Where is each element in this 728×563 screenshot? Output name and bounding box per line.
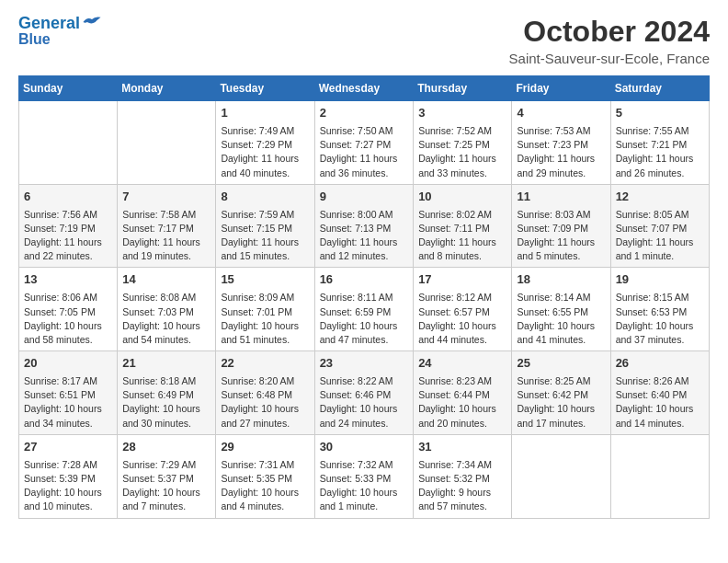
calendar-cell (512, 434, 610, 518)
cell-content: Sunrise: 7:59 AM Sunset: 7:15 PM Dayligh… (221, 208, 309, 264)
calendar-cell: 12Sunrise: 8:05 AM Sunset: 7:07 PM Dayli… (610, 184, 709, 268)
day-number: 29 (221, 439, 309, 456)
cell-content: Sunrise: 7:55 AM Sunset: 7:21 PM Dayligh… (616, 124, 704, 180)
day-number: 7 (122, 189, 210, 206)
calendar-cell: 21Sunrise: 8:18 AM Sunset: 6:49 PM Dayli… (118, 351, 216, 435)
cell-content: Sunrise: 7:53 AM Sunset: 7:23 PM Dayligh… (517, 124, 605, 180)
calendar-header-row: SundayMondayTuesdayWednesdayThursdayFrid… (19, 76, 710, 101)
day-number: 14 (122, 271, 210, 289)
day-number: 4 (517, 105, 605, 122)
day-number: 9 (320, 189, 409, 206)
month-title: October 2024 (509, 15, 710, 49)
title-block: October 2024 Saint-Sauveur-sur-Ecole, Fr… (509, 15, 710, 66)
day-number: 5 (616, 105, 704, 122)
logo: General Blue (18, 15, 102, 47)
day-number: 16 (320, 271, 409, 289)
calendar-cell: 17Sunrise: 8:12 AM Sunset: 6:57 PM Dayli… (414, 268, 512, 351)
cell-content: Sunrise: 8:14 AM Sunset: 6:55 PM Dayligh… (517, 291, 605, 347)
day-number: 28 (122, 439, 210, 456)
day-number: 17 (418, 271, 506, 289)
cell-content: Sunrise: 7:52 AM Sunset: 7:25 PM Dayligh… (418, 124, 506, 180)
col-header-sunday: Sunday (19, 76, 118, 101)
calendar-week-row: 13Sunrise: 8:06 AM Sunset: 7:05 PM Dayli… (19, 268, 710, 351)
calendar-cell: 29Sunrise: 7:31 AM Sunset: 5:35 PM Dayli… (216, 434, 314, 518)
calendar-week-row: 1Sunrise: 7:49 AM Sunset: 7:29 PM Daylig… (19, 101, 710, 185)
calendar-cell: 23Sunrise: 8:22 AM Sunset: 6:46 PM Dayli… (314, 351, 414, 435)
day-number: 21 (122, 355, 210, 373)
day-number: 13 (24, 271, 112, 289)
calendar-cell: 22Sunrise: 8:20 AM Sunset: 6:48 PM Dayli… (216, 351, 314, 435)
calendar-cell: 9Sunrise: 8:00 AM Sunset: 7:13 PM Daylig… (314, 184, 414, 268)
cell-content: Sunrise: 7:31 AM Sunset: 5:35 PM Dayligh… (221, 458, 309, 514)
calendar-cell: 20Sunrise: 8:17 AM Sunset: 6:51 PM Dayli… (19, 351, 118, 435)
cell-content: Sunrise: 7:56 AM Sunset: 7:19 PM Dayligh… (24, 208, 112, 264)
calendar-cell (610, 434, 709, 518)
calendar-cell: 28Sunrise: 7:29 AM Sunset: 5:37 PM Dayli… (118, 434, 216, 518)
col-header-thursday: Thursday (414, 76, 512, 101)
cell-content: Sunrise: 8:02 AM Sunset: 7:11 PM Dayligh… (418, 208, 506, 264)
bird-icon (82, 15, 102, 29)
calendar-cell: 26Sunrise: 8:26 AM Sunset: 6:40 PM Dayli… (610, 351, 709, 435)
cell-content: Sunrise: 7:58 AM Sunset: 7:17 PM Dayligh… (122, 208, 210, 264)
col-header-monday: Monday (118, 76, 216, 101)
cell-content: Sunrise: 8:20 AM Sunset: 6:48 PM Dayligh… (221, 374, 309, 431)
location: Saint-Sauveur-sur-Ecole, France (509, 51, 710, 66)
cell-content: Sunrise: 8:18 AM Sunset: 6:49 PM Dayligh… (122, 374, 210, 431)
calendar-cell: 3Sunrise: 7:52 AM Sunset: 7:25 PM Daylig… (414, 101, 512, 185)
calendar-cell: 6Sunrise: 7:56 AM Sunset: 7:19 PM Daylig… (19, 184, 118, 268)
day-number: 18 (517, 271, 605, 289)
day-number: 8 (221, 189, 309, 206)
cell-content: Sunrise: 8:00 AM Sunset: 7:13 PM Dayligh… (320, 208, 409, 264)
cell-content: Sunrise: 7:28 AM Sunset: 5:39 PM Dayligh… (24, 458, 112, 514)
day-number: 19 (616, 271, 704, 289)
cell-content: Sunrise: 8:12 AM Sunset: 6:57 PM Dayligh… (418, 291, 506, 347)
calendar-cell: 5Sunrise: 7:55 AM Sunset: 7:21 PM Daylig… (610, 101, 709, 185)
calendar-table: SundayMondayTuesdayWednesdayThursdayFrid… (18, 75, 710, 519)
day-number: 20 (24, 355, 112, 373)
cell-content: Sunrise: 8:17 AM Sunset: 6:51 PM Dayligh… (24, 374, 112, 431)
col-header-saturday: Saturday (610, 76, 709, 101)
cell-content: Sunrise: 8:25 AM Sunset: 6:42 PM Dayligh… (517, 374, 605, 431)
calendar-cell: 27Sunrise: 7:28 AM Sunset: 5:39 PM Dayli… (19, 434, 118, 518)
cell-content: Sunrise: 8:22 AM Sunset: 6:46 PM Dayligh… (320, 374, 409, 431)
calendar-week-row: 27Sunrise: 7:28 AM Sunset: 5:39 PM Dayli… (19, 434, 710, 518)
day-number: 2 (320, 105, 409, 122)
day-number: 3 (418, 105, 506, 122)
col-header-wednesday: Wednesday (314, 76, 414, 101)
cell-content: Sunrise: 7:34 AM Sunset: 5:32 PM Dayligh… (418, 458, 506, 514)
day-number: 27 (24, 439, 112, 456)
calendar-cell: 7Sunrise: 7:58 AM Sunset: 7:17 PM Daylig… (118, 184, 216, 268)
cell-content: Sunrise: 7:29 AM Sunset: 5:37 PM Dayligh… (122, 458, 210, 514)
day-number: 11 (517, 189, 605, 206)
day-number: 31 (418, 439, 506, 456)
calendar-cell: 16Sunrise: 8:11 AM Sunset: 6:59 PM Dayli… (314, 268, 414, 351)
cell-content: Sunrise: 8:09 AM Sunset: 7:01 PM Dayligh… (221, 291, 309, 347)
col-header-friday: Friday (512, 76, 610, 101)
calendar-cell: 1Sunrise: 7:49 AM Sunset: 7:29 PM Daylig… (216, 101, 314, 185)
day-number: 6 (24, 189, 112, 206)
day-number: 22 (221, 355, 309, 373)
day-number: 26 (616, 355, 704, 373)
day-number: 10 (418, 189, 506, 206)
day-number: 24 (418, 355, 506, 373)
day-number: 15 (221, 271, 309, 289)
cell-content: Sunrise: 8:11 AM Sunset: 6:59 PM Dayligh… (320, 291, 409, 347)
calendar-cell: 11Sunrise: 8:03 AM Sunset: 7:09 PM Dayli… (512, 184, 610, 268)
calendar-cell: 19Sunrise: 8:15 AM Sunset: 6:53 PM Dayli… (610, 268, 709, 351)
calendar-cell: 25Sunrise: 8:25 AM Sunset: 6:42 PM Dayli… (512, 351, 610, 435)
calendar-cell: 13Sunrise: 8:06 AM Sunset: 7:05 PM Dayli… (19, 268, 118, 351)
calendar-cell: 24Sunrise: 8:23 AM Sunset: 6:44 PM Dayli… (414, 351, 512, 435)
day-number: 12 (616, 189, 704, 206)
calendar-cell: 8Sunrise: 7:59 AM Sunset: 7:15 PM Daylig… (216, 184, 314, 268)
cell-content: Sunrise: 8:15 AM Sunset: 6:53 PM Dayligh… (616, 291, 704, 347)
header: General Blue October 2024 Saint-Sauveur-… (18, 15, 710, 66)
calendar-week-row: 6Sunrise: 7:56 AM Sunset: 7:19 PM Daylig… (19, 184, 710, 268)
cell-content: Sunrise: 8:23 AM Sunset: 6:44 PM Dayligh… (418, 374, 506, 431)
day-number: 25 (517, 355, 605, 373)
cell-content: Sunrise: 8:26 AM Sunset: 6:40 PM Dayligh… (616, 374, 704, 431)
cell-content: Sunrise: 8:03 AM Sunset: 7:09 PM Dayligh… (517, 208, 605, 264)
calendar-cell: 30Sunrise: 7:32 AM Sunset: 5:33 PM Dayli… (314, 434, 414, 518)
calendar-cell: 2Sunrise: 7:50 AM Sunset: 7:27 PM Daylig… (314, 101, 414, 185)
cell-content: Sunrise: 7:49 AM Sunset: 7:29 PM Dayligh… (221, 124, 309, 180)
day-number: 30 (320, 439, 409, 456)
